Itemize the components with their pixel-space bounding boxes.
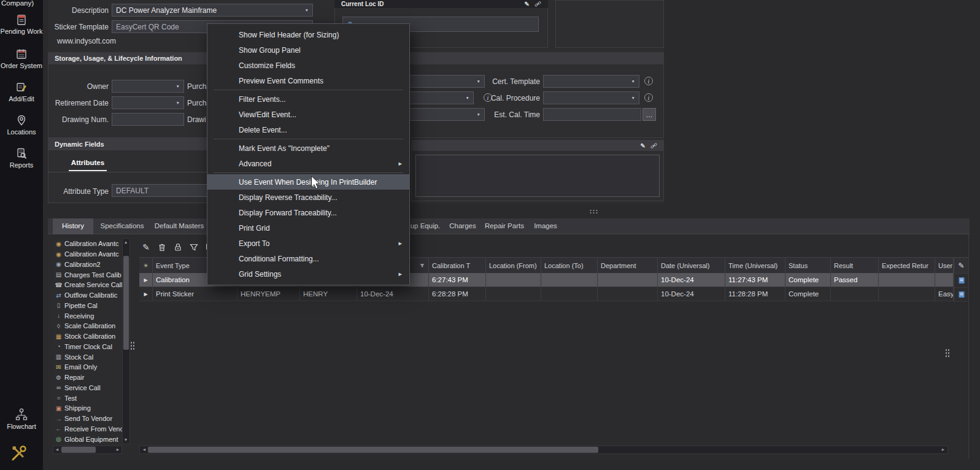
splitter-grip-vertical[interactable] <box>130 341 136 350</box>
menu-item-grid-settings[interactable]: Grid Settings▸ <box>207 266 409 282</box>
grid-header-result[interactable]: Result <box>831 258 879 273</box>
list-hscrollbar-thumb[interactable] <box>61 447 96 453</box>
edit-pencil-icon[interactable]: ✎ <box>641 142 646 149</box>
grid-header-expected-return[interactable]: Expected Retur <box>879 258 935 273</box>
list-item[interactable]: ◉Calibration Avantc <box>53 249 122 260</box>
row-indicator-cell[interactable] <box>954 288 968 302</box>
chevron-down-icon[interactable]: ▼ <box>176 101 180 105</box>
scroll-right-arrow[interactable]: ► <box>114 446 122 453</box>
retirement-date-dropdown[interactable]: ▼ <box>112 96 184 109</box>
grid-header-location-to[interactable]: Location (To) <box>541 258 598 273</box>
est-cal-time-field[interactable] <box>543 108 641 121</box>
menu-item-preview-event-comments[interactable]: Preview Event Comments <box>207 73 409 88</box>
tab-charges[interactable]: Charges <box>447 218 479 234</box>
list-item[interactable]: ○Test <box>53 393 122 403</box>
sidebar-item-order-system[interactable]: Order System <box>0 48 43 69</box>
tab-group-equip[interactable]: up Equip. <box>407 218 443 234</box>
menu-item-display-reverse-traceability[interactable]: Display Reverse Traceability... <box>207 190 409 205</box>
tab-attributes[interactable]: Attributes <box>69 159 107 166</box>
sidebar-item-tools[interactable] <box>9 444 28 465</box>
list-item[interactable]: ▥Stock Cal <box>53 352 122 362</box>
row-expand-icon[interactable]: ▶ <box>144 291 147 297</box>
list-item[interactable]: ▤Charges Test Calib <box>53 269 122 280</box>
list-item[interactable]: ←Receive From Venc <box>53 424 122 434</box>
grid-header-time-universal[interactable]: Time (Universal) <box>725 258 785 273</box>
menu-item-display-forward-traceability[interactable]: Display Forward Traceability... <box>207 205 409 220</box>
chevron-down-icon[interactable]: ▼ <box>631 96 635 100</box>
comments-textarea[interactable] <box>415 155 660 197</box>
menu-item-conditional-formatting[interactable]: Conditional Formatting... <box>207 251 409 266</box>
edit-event-button[interactable]: ✎ <box>139 241 153 254</box>
scroll-left-arrow[interactable]: ◄ <box>53 446 61 453</box>
list-scrollbar-thumb[interactable] <box>123 256 129 350</box>
menu-item-show-group-panel[interactable]: Show Group Panel <box>207 42 409 58</box>
menu-item-print-grid[interactable]: Print Grid <box>207 220 409 236</box>
tab-repair-parts[interactable]: Repair Parts <box>482 218 527 234</box>
list-item[interactable]: ✉Email Only <box>53 362 122 372</box>
sidebar-item-flowchart[interactable]: Flowchart <box>0 407 43 430</box>
info-icon[interactable]: i <box>644 77 653 85</box>
list-item[interactable]: ◊Scale Calibration <box>53 321 122 331</box>
menu-item-show-field-header[interactable]: Show Field Header (for Sizing) <box>207 27 409 42</box>
grid-header-user[interactable]: User <box>935 258 954 273</box>
right-splitter-grip[interactable] <box>945 349 951 358</box>
owner-dropdown[interactable]: ▼ <box>112 80 184 93</box>
scroll-right-arrow[interactable]: ► <box>939 446 947 453</box>
list-item[interactable]: ▯Pipette Cal <box>53 301 122 311</box>
scroll-left-arrow[interactable]: ◄ <box>141 446 148 453</box>
description-dropdown[interactable]: DC Power Analyzer Mainframe ▼ <box>112 4 313 17</box>
delete-event-button[interactable] <box>155 241 169 254</box>
menu-item-mark-event-incomplete[interactable]: Mark Event As "Incomplete" <box>207 141 409 156</box>
menu-item-advanced[interactable]: Advanced▸ <box>207 156 409 171</box>
chevron-down-icon[interactable]: ▼ <box>631 79 635 83</box>
tab-default-masters[interactable]: Default Masters <box>151 218 207 234</box>
splitter-grip-horizontal[interactable] <box>589 209 598 214</box>
grid-row-print-sticker[interactable]: ▶ Print Sticker HENRYEMP HENRY 10-Dec-24… <box>139 287 954 301</box>
row-indicator-cell[interactable] <box>954 274 968 288</box>
chevron-down-icon[interactable]: ▼ <box>305 8 309 12</box>
list-item[interactable]: ◉Calibration Avantc <box>53 239 122 249</box>
cert-template-dropdown[interactable]: ▼ <box>543 75 639 88</box>
tab-images[interactable]: Images <box>530 218 561 234</box>
est-cal-time-browse-button[interactable]: … <box>642 108 656 121</box>
menu-item-delete-event[interactable]: Delete Event... <box>207 122 409 137</box>
list-item[interactable]: ◎Global Equipment <box>53 434 122 444</box>
grid-header-indicator[interactable]: ✳ <box>139 258 153 273</box>
chevron-down-icon[interactable]: ▼ <box>176 84 180 88</box>
info-icon[interactable]: i <box>644 93 653 102</box>
cal-procedure-dropdown[interactable]: ▼ <box>543 91 639 104</box>
grid-edit-column-header[interactable]: ✎ <box>954 257 968 274</box>
grid-header-date-universal[interactable]: Date (Universal) <box>658 258 725 273</box>
column-filter-icon[interactable] <box>419 263 425 269</box>
menu-item-use-event-printbuilder[interactable]: Use Event When Designing In PrintBuilder <box>207 174 409 190</box>
list-item[interactable]: ⇄Outflow Calibratic <box>53 290 122 301</box>
grid-header-location-from[interactable]: Location (From) <box>486 258 541 273</box>
menu-item-view-edit-event[interactable]: View/Edit Event... <box>207 107 409 122</box>
scroll-up-arrow[interactable]: ▲ <box>122 239 129 246</box>
list-item[interactable]: ☎Create Service Call <box>53 280 122 290</box>
grid-header-calibration-t[interactable]: Calibration T <box>429 258 486 273</box>
grid-header-department[interactable]: Department <box>598 258 658 273</box>
edit-pencil-icon[interactable]: ✎ <box>525 1 530 7</box>
scroll-down-arrow[interactable]: ▼ <box>122 436 129 444</box>
lock-button[interactable] <box>171 241 185 254</box>
drawing-num-field[interactable] <box>112 113 184 126</box>
list-item[interactable]: ▣Shipping <box>53 403 122 414</box>
link-icon[interactable] <box>650 142 657 149</box>
list-item[interactable]: ↓Receiving <box>53 310 122 321</box>
filter-button[interactable] <box>187 241 201 254</box>
grid-header-status[interactable]: Status <box>785 258 831 273</box>
tab-specifications[interactable]: Specifications <box>96 218 149 234</box>
row-expand-icon[interactable]: ▶ <box>144 277 147 283</box>
list-item[interactable]: ◔Timer Clock Cal <box>53 342 122 352</box>
menu-item-filter-events[interactable]: Filter Events... <box>207 91 409 107</box>
list-item[interactable]: ∞Service Call <box>53 383 122 393</box>
attribute-type-field[interactable]: DEFAULT <box>112 184 208 197</box>
menu-item-customize-fields[interactable]: Customize Fields <box>207 58 409 73</box>
grid-hscrollbar-thumb[interactable] <box>148 447 598 453</box>
list-item[interactable]: →Send To Vendor <box>53 414 122 424</box>
link-icon[interactable] <box>534 1 541 7</box>
list-item[interactable]: ▦Stock Calibration <box>53 331 122 342</box>
list-item[interactable]: ◉Calibration2 <box>53 260 122 270</box>
sidebar-item-reports[interactable]: Reports <box>0 147 43 169</box>
